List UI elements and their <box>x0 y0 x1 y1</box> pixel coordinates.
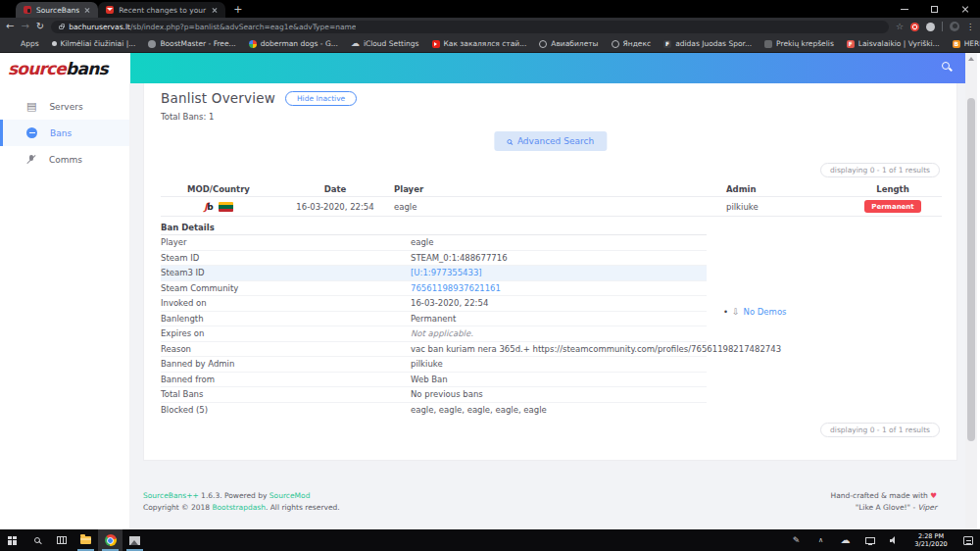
ban-details-title: Ban Details <box>161 220 707 235</box>
table-header-row: MOD/Country Date Player Admin Length <box>161 182 942 197</box>
tab-sourcebans[interactable]: SourceBans <box>16 2 98 18</box>
page-scrollbar[interactable] <box>965 53 977 529</box>
pale-favicon <box>764 40 772 48</box>
f-dark-favicon: F <box>663 40 671 48</box>
footer-quote: "Like A Glove!" - Viper <box>831 502 937 514</box>
mod-country-cell: ʃb <box>161 202 276 212</box>
bookmark-item[interactable]: Fadidas Juodas Spor... <box>663 39 752 48</box>
profile-avatar[interactable] <box>950 22 959 31</box>
action-center-button[interactable] <box>956 529 980 551</box>
address-bar[interactable]: bachuruservas.lt/sb/index.php?p=banlist&… <box>51 21 889 33</box>
minimize-button[interactable] <box>889 0 919 18</box>
table-row[interactable]: ʃb 16-03-2020, 22:54 eagle pilkiuke Perm… <box>161 197 942 217</box>
bookmark-item[interactable]: Авиабилеты <box>539 39 598 48</box>
url-domain: bachuruservas.lt <box>69 23 130 31</box>
bookmark-star-icon[interactable]: ☆ <box>896 22 904 31</box>
footer-author: Viper <box>917 503 937 512</box>
brand-bar: sourcebans <box>0 53 130 83</box>
bookmark-item[interactable]: Яндекс <box>612 39 652 48</box>
scroll-up-icon[interactable] <box>968 57 974 61</box>
page-title: Banlist Overview <box>161 90 275 106</box>
window-controls <box>889 0 980 18</box>
sourcebans-favicon <box>24 6 31 14</box>
sidebar-item-servers[interactable]: ▤ Servers <box>0 93 129 120</box>
clock[interactable]: 2:28 PM 3/21/2020 <box>906 529 956 551</box>
reload-button[interactable]: ↻ <box>36 22 44 31</box>
advanced-search-button[interactable]: Advanced Search <box>494 131 607 151</box>
no-demos-item: • ⇩ No Demos <box>723 307 787 317</box>
footer-tagline: Hand-crafted & made with ♥ "Like A Glove… <box>831 490 937 513</box>
col-header-mod-country: MOD/Country <box>161 184 276 194</box>
main-content: Banlist Overview Hide Inactive Total Ban… <box>130 83 965 529</box>
url-text: bachuruservas.lt/sb/index.php?p=banlist&… <box>69 23 356 31</box>
bookmarks-bar: Apps Kilmėliai čiužiniai |... BoostMaste… <box>0 35 980 53</box>
folder-icon <box>80 536 91 544</box>
bookmark-apps[interactable]: Apps <box>9 39 39 48</box>
search-icon[interactable] <box>942 62 950 70</box>
toolbar-divider <box>942 22 943 31</box>
bookmark-item[interactable]: doberman dogs - G... <box>249 39 338 48</box>
volume-button[interactable] <box>882 529 906 551</box>
youtube-favicon <box>432 40 440 48</box>
hidden-icons-button[interactable]: ∧ <box>808 529 833 551</box>
network-button[interactable] <box>858 529 882 551</box>
scrollbar-thumb[interactable] <box>967 98 975 441</box>
chrome-button[interactable] <box>98 529 122 551</box>
start-button[interactable] <box>0 529 24 551</box>
apps-grid-icon <box>9 40 17 48</box>
bookmark-item[interactable]: Prekių krepšelis <box>764 39 834 48</box>
detail-row: BanlengthPermanent <box>161 312 707 327</box>
file-explorer-button[interactable] <box>74 529 98 551</box>
gmail-favicon <box>106 6 114 14</box>
task-view-button[interactable] <box>49 529 74 551</box>
new-tab-button[interactable]: + <box>233 3 242 18</box>
chrome-icon <box>105 534 117 546</box>
sidebar-item-comms[interactable]: Comms <box>0 146 129 173</box>
no-demos-link[interactable]: No Demos <box>744 307 787 317</box>
adblock-extension-icon[interactable] <box>910 23 919 31</box>
bookmark-item[interactable]: BHERE ARE SOME NI... <box>953 39 980 48</box>
pen-icon: ✎ <box>793 536 801 545</box>
bookmark-item[interactable]: FLaisvalaikio | Vyriški... <box>847 39 940 48</box>
tab-strip: SourceBans Recent changes to your Steam … <box>0 0 889 18</box>
page-viewport: sourcebans ▤ Servers Bans Comms Banlist … <box>0 53 980 529</box>
f-orange-favicon: F <box>847 40 855 48</box>
admin-cell: pilkiuke <box>726 202 844 212</box>
globe-favicon <box>612 40 619 48</box>
windows-ink-button[interactable]: ✎ <box>784 529 808 551</box>
date-cell: 16-03-2020, 22:54 <box>276 202 394 212</box>
sidebar-item-bans[interactable]: Bans <box>0 120 129 146</box>
top-navbar <box>130 53 965 83</box>
sourcebans-link[interactable]: SourceBans++ <box>143 491 199 500</box>
bookmark-item[interactable]: BoostMaster - Free... <box>148 39 235 48</box>
tab-close-icon[interactable] <box>84 7 90 13</box>
close-button[interactable] <box>950 0 980 18</box>
col-header-admin: Admin <box>726 184 844 194</box>
bookmark-item[interactable]: Как закалялся стай... <box>432 39 527 48</box>
steam-community-link[interactable]: 76561198937621161 <box>411 283 707 293</box>
bullet-icon: • <box>723 307 728 317</box>
photos-button[interactable] <box>122 529 147 551</box>
hide-inactive-button[interactable]: Hide Inactive <box>285 91 357 106</box>
taskbar-search-button[interactable] <box>24 529 49 551</box>
browser-menu-icon[interactable]: ⋮ <box>966 23 974 31</box>
back-button[interactable]: ← <box>6 22 14 31</box>
sourcemod-link[interactable]: SourceMod <box>270 491 311 500</box>
bookmark-item[interactable]: ☁iCloud Settings <box>351 39 419 48</box>
bootstrapdash-link[interactable]: Bootstrapdash <box>212 503 266 512</box>
banlist-card: Banlist Overview Hide Inactive Total Ban… <box>143 83 957 461</box>
sourcebans-logo[interactable]: sourcebans <box>8 59 108 78</box>
extension-icon[interactable] <box>926 23 935 31</box>
onedrive-button[interactable]: ☁ <box>833 529 858 551</box>
steam3-id-link[interactable]: [U:1:977355433] <box>411 268 707 277</box>
sidebar: ▤ Servers Bans Comms <box>0 83 130 529</box>
bookmark-item[interactable]: Kilmėliai čiužiniai |... <box>52 39 136 48</box>
tab-close-icon[interactable] <box>212 7 218 13</box>
maximize-button[interactable] <box>919 0 950 18</box>
url-path: /sb/index.php?p=banlist&advSearch=eag1e&… <box>130 23 357 31</box>
mic-muted-icon <box>26 154 36 165</box>
heart-icon: ♥ <box>930 491 937 500</box>
tab-steam-email[interactable]: Recent changes to your Steam a <box>98 2 225 18</box>
forward-button[interactable]: → <box>21 22 28 31</box>
servers-icon: ▤ <box>26 101 36 112</box>
